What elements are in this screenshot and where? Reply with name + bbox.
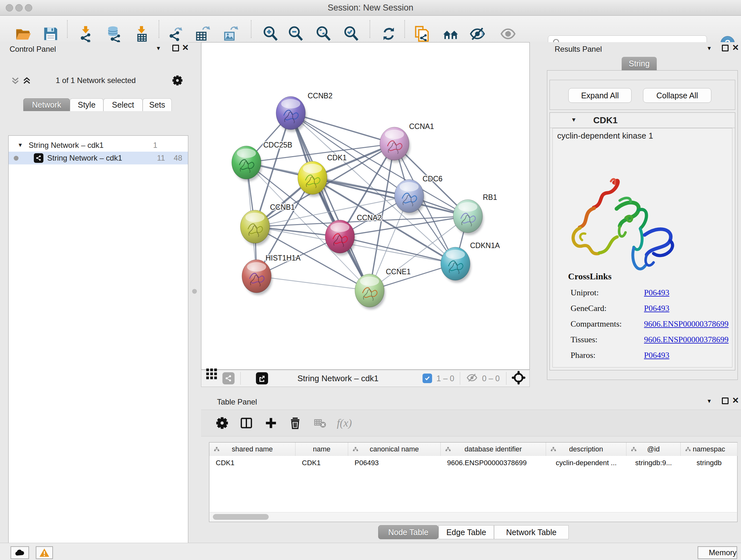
status-bar: Memory (0, 543, 741, 560)
column-header--id[interactable]: @id (626, 442, 681, 456)
open-in-window-icon[interactable] (256, 372, 268, 384)
copy-style-icon[interactable] (413, 25, 431, 43)
table-panel-float-icon[interactable] (722, 397, 729, 404)
collection-disclosure-icon[interactable]: ▼ (17, 142, 23, 148)
tab-edge-table[interactable]: Edge Table (439, 525, 494, 539)
column-header-description[interactable]: description (546, 442, 626, 456)
node-label: HIST1H1A (266, 254, 301, 262)
control-panel-menu-arrow-icon[interactable]: ▼ (156, 45, 161, 52)
selected-checkbox-icon[interactable] (422, 374, 432, 383)
table-cell[interactable]: cyclin-dependent ... (546, 456, 626, 470)
network-edge-count: 48 (174, 153, 182, 163)
expand-all-chevron-icon[interactable] (22, 77, 31, 85)
node-label: CDC25B (263, 141, 292, 149)
delete-table-icon[interactable] (312, 415, 328, 431)
column-header-namespac[interactable]: namespac (681, 442, 738, 456)
tab-network[interactable]: Network (23, 98, 70, 111)
column-label: database identifier (465, 445, 522, 453)
tab-string[interactable]: String (622, 57, 657, 71)
crosslink-link[interactable]: P06493 (644, 304, 669, 313)
column-header-database-identifier[interactable]: database identifier (441, 442, 546, 456)
tab-select[interactable]: Select (104, 98, 143, 111)
network-options-gear-icon[interactable] (172, 75, 183, 86)
save-session-icon[interactable] (42, 25, 59, 43)
hide-selected-eye-icon[interactable] (468, 25, 486, 43)
toolbar-separator (404, 20, 405, 38)
table-cell[interactable]: stringdb:9... (626, 456, 681, 470)
network-node[interactable]: CCNA1 (380, 122, 434, 163)
cloud-button[interactable] (10, 546, 29, 559)
crosslink-link[interactable]: 9606.ENSP00000378699 (644, 319, 729, 329)
table-panel-close-icon[interactable]: ✕ (732, 397, 739, 403)
import-table-file-icon[interactable] (133, 25, 151, 43)
network-svg[interactable]: CCNB2CCNA1CDC25BCDK1CDC6RB1CCNB1CCNA2CDK… (201, 42, 530, 370)
column-header-canonical-name[interactable]: canonical name (348, 442, 441, 456)
tab-style[interactable]: Style (70, 98, 104, 111)
left-splitter-grip[interactable] (192, 289, 197, 294)
open-session-icon[interactable] (14, 25, 32, 43)
show-columns-icon[interactable] (238, 415, 255, 431)
column-header-name[interactable]: name (295, 442, 348, 456)
import-network-database-icon[interactable] (105, 25, 123, 43)
table-cell[interactable]: CDK1 (209, 456, 295, 470)
hidden-eye-icon[interactable] (466, 373, 478, 384)
export-image-icon[interactable] (221, 25, 239, 43)
crosslink-label: GeneCard: (570, 304, 644, 313)
crosslink-link[interactable]: P06493 (644, 288, 669, 298)
birdseye-crosshair-icon[interactable] (512, 371, 526, 386)
table-cell[interactable]: CDK1 (295, 456, 348, 470)
column-header-shared-name[interactable]: shared name (209, 442, 295, 456)
tab-node-table[interactable]: Node Table (378, 525, 439, 539)
share-network-view-icon[interactable] (222, 372, 234, 384)
crosslink-row: Pharos:P06493 (570, 351, 669, 360)
zoom-out-icon[interactable] (287, 25, 305, 43)
control-panel-close-icon[interactable]: ✕ (182, 44, 189, 51)
network-collection-row[interactable]: ▼ String Network – cdk1 1 (9, 139, 188, 152)
network-node[interactable]: HIST1H1A (242, 254, 301, 295)
results-panel-menu-arrow-icon[interactable]: ▼ (706, 45, 712, 52)
table-panel-menu-arrow-icon[interactable]: ▼ (706, 398, 712, 405)
network-node[interactable]: RB1 (453, 193, 497, 235)
first-neighbors-icon[interactable] (442, 25, 460, 43)
zoom-fit-icon[interactable] (315, 25, 333, 43)
table-settings-gear-icon[interactable] (214, 415, 230, 431)
network-node[interactable]: CCNE1 (355, 267, 411, 309)
export-table-icon[interactable] (193, 25, 211, 43)
zoom-in-icon[interactable] (262, 25, 280, 43)
tab-sets[interactable]: Sets (143, 98, 172, 111)
control-panel-float-icon[interactable] (172, 45, 179, 51)
table-cell[interactable]: P06493 (348, 456, 441, 470)
table-cell[interactable]: stringdb (681, 456, 738, 470)
table-horizontal-scrollbar[interactable] (210, 512, 737, 521)
network-node[interactable]: CDKN1A (441, 241, 500, 283)
tab-network-table[interactable]: Network Table (494, 525, 569, 539)
import-network-file-icon[interactable] (77, 25, 95, 43)
show-all-eye-icon[interactable] (499, 25, 517, 43)
apply-layout-icon[interactable] (380, 25, 398, 43)
export-network-icon[interactable] (166, 25, 185, 43)
network-row-selected[interactable]: String Network – cdk1 11 48 (9, 152, 188, 165)
add-column-icon[interactable] (263, 415, 279, 431)
gene-section-header[interactable]: ▼ CDK1 (550, 113, 735, 128)
collapse-all-chevron-icon[interactable] (11, 77, 20, 85)
network-view-toolbar: String Network – cdk1 1 – 0 0 – 0 (201, 370, 530, 387)
collapse-all-button[interactable]: Collapse All (643, 88, 711, 103)
crosslink-link[interactable]: P06493 (644, 351, 669, 360)
results-panel-float-icon[interactable] (722, 45, 729, 51)
current-network-dot-icon (14, 156, 18, 161)
function-builder-icon[interactable]: f(x) (336, 415, 353, 431)
grid-view-icon[interactable] (205, 368, 218, 380)
gene-disclosure-icon[interactable]: ▼ (571, 117, 577, 123)
memory-button[interactable]: Memory (697, 546, 737, 559)
zoom-selected-icon[interactable] (342, 25, 360, 43)
expand-all-button[interactable]: Expand All (568, 88, 631, 103)
network-node[interactable]: CDK1 (298, 153, 347, 197)
crosslink-link[interactable]: 9606.ENSP00000378699 (644, 335, 729, 345)
results-panel-close-icon[interactable]: ✕ (732, 44, 739, 51)
table-cell[interactable]: 9606.ENSP00000378699 (441, 456, 546, 470)
scrollbar-thumb[interactable] (213, 514, 269, 520)
delete-column-icon[interactable] (287, 415, 304, 431)
network-tree: ▼ String Network – cdk1 1 String Network… (8, 135, 188, 560)
warning-button[interactable] (36, 546, 53, 559)
collection-label: String Network – cdk1 (29, 141, 104, 150)
